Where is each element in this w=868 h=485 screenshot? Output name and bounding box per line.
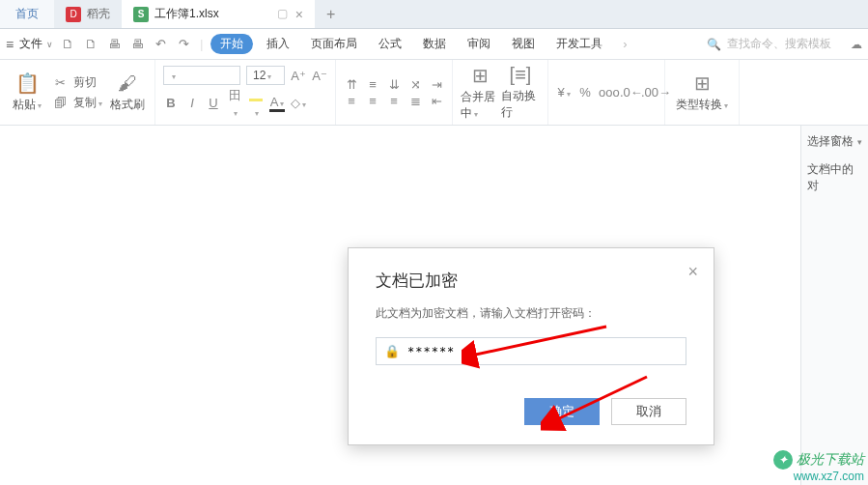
ribbon-tab-dev[interactable]: 开发工具 — [548, 36, 610, 52]
bold-icon[interactable]: B — [163, 96, 179, 110]
type-convert-group: ⊞ 类型转换 — [665, 60, 740, 125]
password-dialog: × 文档已加密 此文档为加密文档，请输入文档打开密码： 🔒 确定 取消 — [348, 247, 714, 445]
align-right-icon[interactable]: ≡ — [386, 94, 402, 108]
docer-icon: D — [66, 7, 81, 22]
align-middle-icon[interactable]: ≡ — [365, 77, 380, 92]
scissors-icon: ✂ — [52, 75, 68, 90]
clipboard-group: 📋 粘贴 ✂剪切 🗐复制 🖌 格式刷 — [0, 60, 155, 125]
ribbon-tab-review[interactable]: 审阅 — [460, 36, 498, 52]
select-pane-label: 选择窗格 — [807, 133, 854, 150]
tab-file-label: 工作簿1.xlsx — [154, 6, 219, 22]
type-convert-button[interactable]: ⊞ 类型转换 — [673, 71, 731, 113]
ribbon-tab-insert[interactable]: 插入 — [259, 36, 297, 52]
save-icon[interactable]: 🗋 — [59, 37, 76, 51]
font-size-select[interactable]: 12 — [246, 66, 285, 85]
tab-home[interactable]: 首页 — [0, 0, 54, 28]
redo-icon[interactable]: ↷ — [175, 37, 192, 51]
lock-icon: 🔒 — [384, 344, 400, 358]
copy-icon: 🗐 — [52, 96, 68, 110]
align-center-icon[interactable]: ≡ — [365, 94, 380, 108]
alignment-group: ⇈ ≡ ⇊ ⤨ ⇥ ≡ ≡ ≡ ≣ ⇤ — [336, 60, 453, 125]
search-icon: 🔍 — [707, 38, 721, 51]
xlsx-icon: S — [133, 7, 149, 22]
ok-button[interactable]: 确定 — [524, 398, 600, 425]
increase-font-icon[interactable]: A⁺ — [291, 69, 306, 83]
underline-icon[interactable]: U — [206, 96, 221, 110]
percent-icon[interactable]: % — [577, 85, 593, 100]
wrap-label: 自动换行 — [501, 88, 540, 121]
indent-icon[interactable]: ⇤ — [429, 94, 444, 108]
ribbon: 📋 粘贴 ✂剪切 🗐复制 🖌 格式刷 12 A⁺ A⁻ B I U 田 — [0, 60, 868, 126]
search-box[interactable]: 🔍 查找命令、搜索模板 — [707, 36, 831, 52]
align-bottom-icon[interactable]: ⇊ — [386, 77, 402, 92]
tab-active-file[interactable]: S 工作簿1.xlsx ▢ × — [122, 0, 315, 28]
undo-icon[interactable]: ↶ — [152, 37, 169, 51]
comma-icon[interactable]: ooo — [599, 85, 614, 100]
font-group: 12 A⁺ A⁻ B I U 田 A ◇ — [155, 60, 336, 125]
search-placeholder: 查找命令、搜索模板 — [727, 36, 831, 52]
wrap-icon[interactable]: ⇥ — [429, 77, 444, 92]
align-left-icon[interactable]: ≡ — [344, 94, 359, 108]
auto-wrap-button[interactable]: [≡] 自动换行 — [501, 64, 540, 121]
fill-color-icon[interactable] — [248, 88, 264, 119]
orientation-icon[interactable]: ⤨ — [407, 77, 423, 92]
ribbon-tab-start[interactable]: 开始 — [210, 34, 253, 54]
hamburger-icon[interactable]: ≡ — [6, 37, 14, 52]
tab-window-icon[interactable]: ▢ — [277, 7, 288, 22]
tabs-bar: 首页 D 稻壳 S 工作簿1.xlsx ▢ × + — [0, 0, 868, 29]
clear-format-icon[interactable]: ◇ — [291, 96, 306, 110]
print-icon[interactable]: 🖶 — [105, 37, 123, 51]
dialog-close-button[interactable]: × — [687, 262, 698, 282]
paste-label: 粘贴 — [13, 97, 42, 113]
side-panel: 选择窗格 ▾ 文档中的对 — [800, 126, 868, 485]
merge-center-button[interactable]: ⊞ 合并居中 — [461, 64, 499, 122]
dialog-message: 此文档为加密文档，请输入文档打开密码： — [376, 305, 686, 322]
tab-docer[interactable]: D 稻壳 — [54, 0, 122, 28]
ribbon-tab-layout[interactable]: 页面布局 — [303, 36, 365, 52]
cancel-button[interactable]: 取消 — [611, 398, 686, 425]
new-tab-button[interactable]: + — [315, 6, 347, 23]
doc-objects-label: 文档中的对 — [807, 161, 862, 194]
file-menu[interactable]: 文件 ∨ — [19, 36, 53, 52]
copy-button[interactable]: 🗐复制 — [52, 95, 102, 111]
justify-icon[interactable]: ≣ — [407, 94, 423, 108]
number-group: ¥ % ooo .0← .00→ — [548, 60, 665, 125]
cut-label: 剪切 — [73, 74, 97, 91]
ribbon-more-icon[interactable]: › — [616, 37, 633, 51]
format-painter-button[interactable]: 🖌 格式刷 — [108, 71, 147, 113]
save-as-icon[interactable]: 🗋 — [82, 37, 99, 51]
increase-decimal-icon[interactable]: .00→ — [641, 85, 657, 100]
currency-icon[interactable]: ¥ — [556, 85, 572, 100]
decrease-font-icon[interactable]: A⁻ — [312, 69, 327, 83]
convert-label: 类型转换 — [676, 97, 728, 113]
wrap-text-icon: [≡] — [510, 64, 532, 86]
ribbon-tab-data[interactable]: 数据 — [415, 36, 454, 52]
dialog-buttons: 确定 取消 — [376, 398, 686, 425]
format-painter-label: 格式刷 — [110, 97, 145, 113]
watermark: ✦ 极光下载站 www.xz7.com — [773, 450, 864, 483]
ribbon-tab-formula[interactable]: 公式 — [371, 36, 409, 52]
format-painter-icon: 🖌 — [118, 72, 137, 95]
cut-button[interactable]: ✂剪切 — [52, 74, 102, 91]
font-color-icon[interactable]: A — [269, 95, 285, 112]
font-family-select[interactable] — [163, 66, 240, 85]
file-menu-label: 文件 — [19, 36, 42, 52]
watermark-url: www.xz7.com — [773, 470, 864, 483]
merge-icon: ⊞ — [472, 64, 489, 87]
print-preview-icon[interactable]: 🖶 — [128, 37, 146, 51]
ribbon-tab-view[interactable]: 视图 — [504, 36, 543, 52]
strikethrough-icon[interactable]: 田 — [227, 87, 242, 119]
watermark-name: 极光下载站 — [797, 451, 864, 469]
watermark-logo: ✦ — [773, 450, 793, 470]
decrease-decimal-icon[interactable]: .0← — [620, 85, 635, 100]
italic-icon[interactable]: I — [184, 96, 200, 110]
tab-close-icon[interactable]: × — [295, 7, 303, 22]
align-top-icon[interactable]: ⇈ — [344, 77, 359, 92]
select-pane-title[interactable]: 选择窗格 ▾ — [807, 133, 862, 150]
cloud-icon[interactable]: ☁ — [851, 38, 862, 51]
password-input[interactable] — [407, 345, 678, 358]
merge-group: ⊞ 合并居中 [≡] 自动换行 — [453, 60, 548, 125]
paste-button[interactable]: 📋 粘贴 — [8, 71, 46, 113]
separator: | — [200, 38, 203, 51]
quick-toolbar: ≡ 文件 ∨ 🗋 🗋 🖶 🖶 ↶ ↷ | 开始 插入 页面布局 公式 数据 审阅… — [0, 29, 868, 60]
